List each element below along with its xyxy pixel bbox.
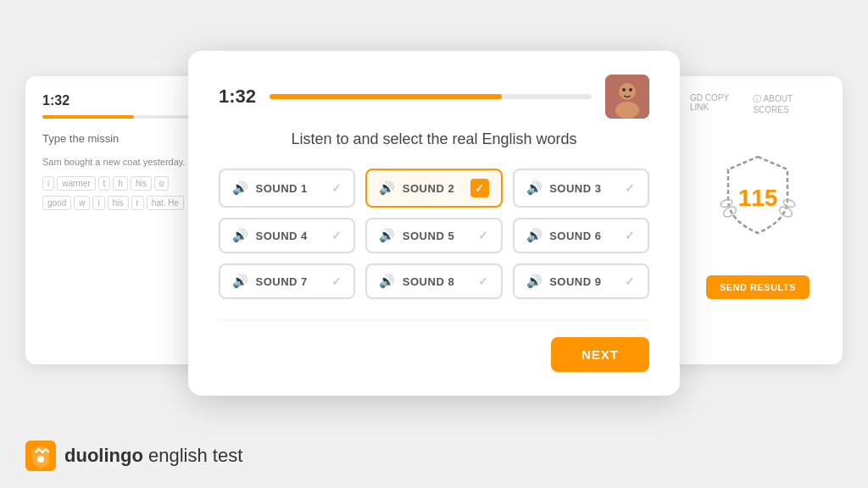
progress-bar-container (270, 94, 592, 99)
svg-point-11 (37, 456, 44, 463)
main-card: 1:32 Listen to and select the real Engli… (188, 51, 680, 396)
speaker-icon-6: 🔊 (526, 228, 543, 243)
timer-display: 1:32 (219, 86, 256, 108)
timer-row: 1:32 (219, 75, 649, 119)
progress-bar-fill (270, 94, 502, 99)
check-icon-9: ✓ (625, 274, 636, 288)
sound-9-button[interactable]: 🔊 SOUND 9 ✓ (513, 263, 649, 299)
sound-3-button[interactable]: 🔊 SOUND 3 ✓ (513, 169, 649, 208)
check-icon-1: ✓ (331, 181, 342, 195)
send-results-button[interactable]: SEND RESULTS (706, 275, 810, 299)
svg-point-8 (622, 88, 626, 92)
check-icon-6: ✓ (625, 229, 636, 242)
check-icon-filled-2: ✓ (470, 179, 489, 197)
sound-7-label: SOUND 7 (256, 275, 308, 288)
speaker-icon-9: 🔊 (526, 274, 543, 289)
speaker-icon-1: 🔊 (232, 180, 249, 196)
check-icon-7: ✓ (331, 274, 342, 288)
next-row: NEXT (219, 337, 649, 372)
sound-6-button[interactable]: 🔊 SOUND 6 ✓ (513, 218, 649, 253)
sound-2-button[interactable]: 🔊 SOUND 2 ✓ (365, 169, 502, 208)
svg-point-7 (615, 102, 639, 119)
bg-left-sentence: Sam bought a new coat yesterday. H (42, 155, 195, 169)
avatar (605, 75, 649, 119)
speaker-icon-4: 🔊 (232, 228, 249, 243)
sound-6-label: SOUND 6 (549, 230, 601, 242)
sound-3-label: SOUND 3 (549, 182, 601, 195)
sound-1-label: SOUND 1 (256, 182, 308, 195)
sound-9-label: SOUND 9 (549, 275, 601, 288)
duolingo-logo-icon (25, 441, 56, 471)
next-button[interactable]: NEXT (551, 337, 649, 372)
sounds-grid: 🔊 SOUND 1 ✓ 🔊 SOUND 2 ✓ 🔊 SOUND 3 ✓ 🔊 (219, 169, 649, 299)
bg-fill-row-1: i warmer t h his o (42, 176, 195, 191)
sound-2-label: SOUND 2 (403, 182, 454, 195)
check-icon-3: ✓ (625, 181, 636, 195)
svg-point-9 (629, 88, 632, 92)
brand-text: duolingo english test (64, 445, 242, 467)
bg-right-links: GD COPY LINK ⓘ ABOUT SCORES (690, 93, 826, 114)
check-icon-8: ✓ (478, 274, 489, 288)
check-icon-4: ✓ (331, 229, 342, 242)
check-icon-5: ✓ (478, 229, 489, 242)
bg-card-left: 1:32 Type the missin Sam bought a new co… (25, 76, 212, 364)
bg-card-right: GD COPY LINK ⓘ ABOUT SCORES 115 SEND RES… (673, 76, 843, 364)
sound-8-button[interactable]: 🔊 SOUND 8 ✓ (365, 263, 502, 299)
sound-5-button[interactable]: 🔊 SOUND 5 ✓ (365, 218, 502, 253)
bg-fill-row-2: good w i his r hat. He (42, 196, 195, 210)
speaker-icon-5: 🔊 (379, 228, 396, 243)
speaker-icon-2: 🔊 (379, 180, 396, 196)
sound-8-label: SOUND 8 (403, 275, 454, 288)
divider (219, 319, 649, 320)
speaker-icon-8: 🔊 (379, 274, 396, 289)
sound-5-label: SOUND 5 (403, 230, 454, 242)
svg-text:115: 115 (738, 185, 778, 211)
question-title: Listen to and select the real English wo… (219, 130, 649, 148)
branding: duolingo english test (25, 441, 242, 471)
speaker-icon-7: 🔊 (232, 274, 249, 289)
sound-4-button[interactable]: 🔊 SOUND 4 ✓ (219, 218, 355, 253)
bg-left-timer: 1:32 (42, 93, 195, 108)
shield-icon: 115 (711, 148, 804, 241)
sound-7-button[interactable]: 🔊 SOUND 7 ✓ (219, 263, 355, 299)
shield-container: 115 SEND RESULTS (690, 131, 826, 299)
speaker-icon-3: 🔊 (526, 180, 543, 196)
sound-1-button[interactable]: 🔊 SOUND 1 ✓ (219, 169, 355, 208)
sound-4-label: SOUND 4 (256, 230, 308, 242)
bg-left-title: Type the missin (42, 132, 195, 145)
